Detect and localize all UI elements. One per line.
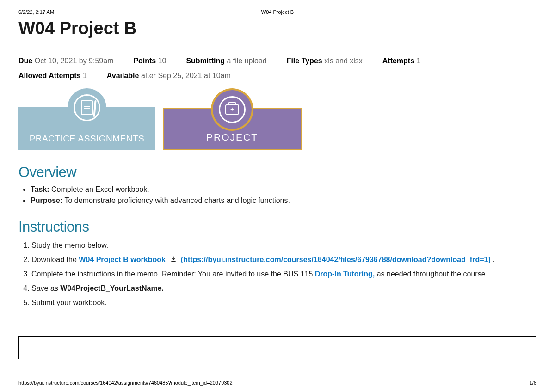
list-item: Purpose: To demonstrate proficiency with… [31, 196, 536, 205]
i2-prefix: Download the [31, 256, 79, 263]
list-item: Save as W04ProjectB_YourLastName. [31, 283, 536, 294]
tutoring-link[interactable]: Drop-In Tutoring, [315, 270, 375, 278]
i3-suffix: as needed throughout the course. [375, 270, 487, 278]
filetypes-label: File Types [287, 57, 322, 65]
instructions-list: Study the memo below. Download the W04 P… [20, 240, 536, 308]
practice-assignments-badge: PRACTICE ASSIGNMENTS [18, 107, 155, 150]
list-item: Submit your workbook. [31, 297, 536, 309]
print-title: W04 Project B [191, 9, 364, 15]
workbook-download-link[interactable]: W04 Project B workbook [79, 256, 166, 263]
task-label: Task: [31, 185, 49, 193]
download-icon[interactable] [170, 254, 177, 266]
i4-prefix: Save as [31, 284, 60, 292]
task-text: Complete an Excel workbook. [49, 185, 149, 193]
print-timestamp: 6/2/22, 2:17 AM [18, 9, 191, 15]
available-label: Available [107, 72, 139, 80]
i3-prefix: Complete the instructions in the memo. R… [31, 270, 315, 278]
document-icon [81, 100, 93, 115]
print-footer: https://byui.instructure.com/courses/164… [18, 380, 536, 386]
i2-suffix: . [491, 256, 495, 263]
due-label: Due [18, 57, 32, 65]
footer-page: 1/8 [530, 380, 536, 386]
instructions-heading: Instructions [18, 219, 536, 235]
submitting-value: a file upload [227, 57, 266, 65]
attempts-label: Attempts [382, 57, 414, 65]
divider-bottom [18, 90, 536, 90]
memo-box [18, 336, 536, 359]
save-filename: W04ProjectB_YourLastName. [60, 284, 164, 292]
page-title: W04 Project B [18, 18, 536, 38]
list-item: Complete the instructions in the memo. R… [31, 269, 536, 280]
practice-circle-icon [68, 88, 106, 127]
footer-url: https://byui.instructure.com/courses/164… [18, 380, 233, 386]
assignment-meta: Due Oct 10, 2021 by 9:59am Points 10 Sub… [18, 47, 536, 90]
print-header: 6/2/22, 2:17 AM W04 Project B [18, 9, 536, 15]
points-label: Points [133, 57, 156, 65]
allowed-attempts-label: Allowed Attempts [18, 72, 81, 80]
attempts-value: 1 [417, 57, 421, 65]
points-value: 10 [158, 57, 166, 65]
filetypes-value: xls and xlsx [324, 57, 363, 65]
overview-list: Task: Complete an Excel workbook. Purpos… [20, 185, 536, 205]
overview-heading: Overview [18, 164, 536, 181]
list-item: Task: Complete an Excel workbook. [31, 185, 536, 194]
submitting-label: Submitting [186, 57, 225, 65]
due-value: Oct 10, 2021 by 9:59am [35, 57, 114, 65]
workbook-download-url[interactable]: (https://byui.instructure.com/courses/16… [181, 256, 491, 263]
list-item: Download the W04 Project B workbook (htt… [31, 254, 536, 266]
list-item: Study the memo below. [31, 240, 536, 251]
purpose-label: Purpose: [31, 196, 62, 204]
allowed-attempts-value: 1 [83, 72, 87, 80]
project-circle-icon: ✦ [213, 90, 252, 129]
project-badge: ✦ PROJECT [163, 108, 302, 150]
purpose-text: To demonstrate proficiency with advanced… [62, 196, 290, 204]
available-value: after Sep 25, 2021 at 10am [141, 72, 231, 80]
briefcase-icon: ✦ [225, 104, 239, 115]
